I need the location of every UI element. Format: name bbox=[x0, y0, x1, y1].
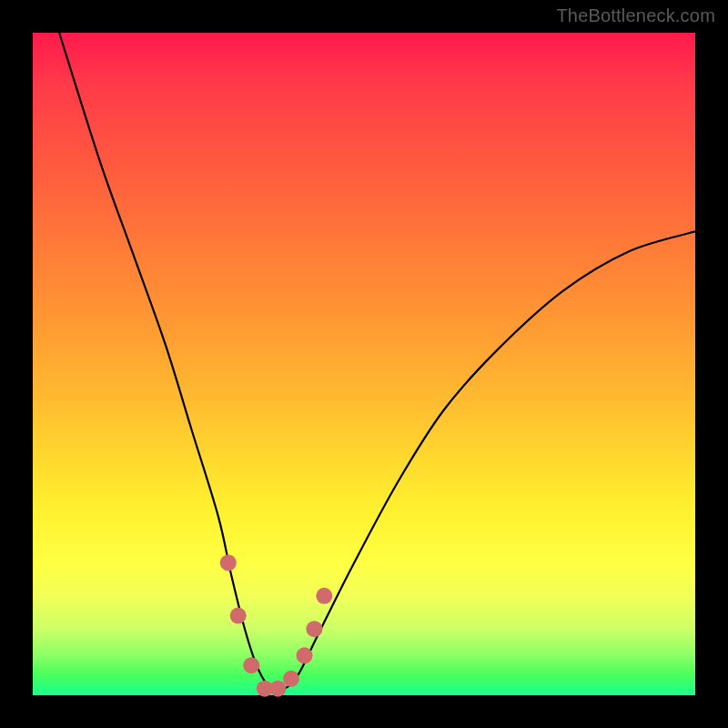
chart-frame: TheBottleneck.com bbox=[0, 0, 728, 728]
marker-dot bbox=[306, 621, 322, 637]
marker-dot bbox=[230, 608, 247, 624]
marker-dot bbox=[269, 681, 286, 697]
marker-dot bbox=[297, 647, 313, 663]
chart-svg bbox=[33, 33, 695, 695]
highlighted-points bbox=[220, 554, 332, 696]
bottleneck-curve bbox=[59, 33, 695, 691]
marker-dot bbox=[220, 554, 237, 571]
watermark-text: TheBottleneck.com bbox=[556, 5, 715, 26]
marker-dot bbox=[316, 588, 332, 604]
marker-dot bbox=[283, 671, 299, 687]
marker-dot bbox=[243, 657, 259, 673]
